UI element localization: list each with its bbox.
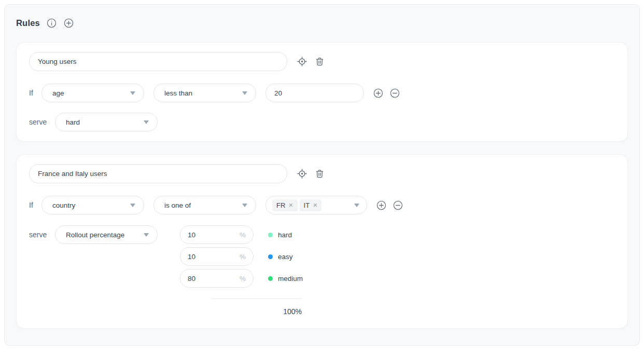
- rollout-total: 100%: [180, 307, 302, 316]
- rule-name-input[interactable]: [29, 52, 287, 71]
- percent-suffix: %: [240, 231, 246, 239]
- rule-card-young-users: If age less than serve: [16, 42, 628, 142]
- serve-label: serve: [29, 118, 55, 126]
- variant-label: easy: [278, 253, 293, 261]
- attribute-select[interactable]: country: [41, 196, 144, 214]
- percent-input[interactable]: [188, 275, 240, 282]
- percent-input[interactable]: [188, 253, 240, 261]
- rollout-percentages: % hard % easy %: [180, 225, 302, 316]
- serve-strategy-value: Rollout percentage: [66, 231, 124, 239]
- serve-variant-select[interactable]: hard: [55, 113, 158, 131]
- percent-input[interactable]: [188, 231, 240, 239]
- chevron-down-icon: [144, 233, 149, 237]
- variant-color-dot: [268, 276, 273, 281]
- percent-input-box: %: [180, 247, 254, 266]
- operator-select[interactable]: less than: [153, 84, 256, 102]
- condition-value-input[interactable]: [265, 84, 364, 102]
- operator-select-value: less than: [164, 89, 192, 97]
- value-tag: IT ✕: [300, 199, 322, 211]
- percent-suffix: %: [240, 253, 246, 261]
- chevron-down-icon: [144, 120, 149, 124]
- trash-icon[interactable]: [314, 56, 325, 67]
- chevron-down-icon: [130, 91, 135, 95]
- percent-input-box: %: [180, 225, 254, 244]
- operator-select-value: is one of: [164, 201, 191, 209]
- page-title: Rules: [16, 18, 40, 28]
- add-condition-icon[interactable]: [373, 88, 384, 99]
- rule-card-france-italy: If country is one of FR ✕ IT ✕: [16, 154, 628, 329]
- variant-color-dot: [268, 233, 273, 237]
- remove-tag-icon[interactable]: ✕: [313, 202, 317, 209]
- serve-label: serve: [29, 231, 55, 239]
- variant-color-dot: [268, 254, 273, 259]
- target-icon[interactable]: [297, 56, 307, 67]
- add-condition-icon[interactable]: [376, 200, 387, 211]
- condition-values-multiselect[interactable]: FR ✕ IT ✕: [265, 196, 367, 214]
- serve-variant-value: hard: [66, 118, 80, 126]
- if-label: If: [29, 201, 41, 209]
- value-tag: FR ✕: [272, 199, 298, 211]
- trash-icon[interactable]: [314, 168, 325, 179]
- percent-input-box: %: [180, 269, 254, 288]
- percent-suffix: %: [240, 275, 246, 282]
- variant-label: hard: [278, 231, 292, 239]
- attribute-select[interactable]: age: [41, 84, 144, 102]
- variant-label: medium: [278, 275, 303, 282]
- chevron-down-icon: [130, 204, 135, 207]
- remove-condition-icon[interactable]: [393, 200, 403, 211]
- remove-tag-icon[interactable]: ✕: [288, 202, 293, 209]
- rules-panel: Rules: [4, 4, 640, 346]
- add-rule-icon[interactable]: [63, 18, 74, 29]
- attribute-select-value: country: [52, 201, 75, 209]
- value-tag-label: IT: [304, 201, 310, 209]
- value-tag-label: FR: [276, 201, 285, 209]
- chevron-down-icon: [354, 204, 359, 207]
- rules-header: Rules: [16, 18, 628, 29]
- rollout-row: % easy: [180, 247, 302, 266]
- remove-condition-icon[interactable]: [389, 88, 400, 99]
- chevron-down-icon: [242, 91, 247, 95]
- info-icon[interactable]: [46, 18, 57, 29]
- serve-strategy-select[interactable]: Rollout percentage: [55, 225, 158, 244]
- attribute-select-value: age: [52, 89, 64, 97]
- target-icon[interactable]: [297, 168, 307, 179]
- rule-name-input[interactable]: [29, 164, 287, 183]
- if-label: If: [29, 89, 41, 97]
- chevron-down-icon: [242, 204, 247, 207]
- rollout-row: % hard: [180, 225, 302, 244]
- operator-select[interactable]: is one of: [153, 196, 256, 214]
- rollout-row: % medium: [180, 269, 302, 288]
- total-divider: [211, 299, 302, 299]
